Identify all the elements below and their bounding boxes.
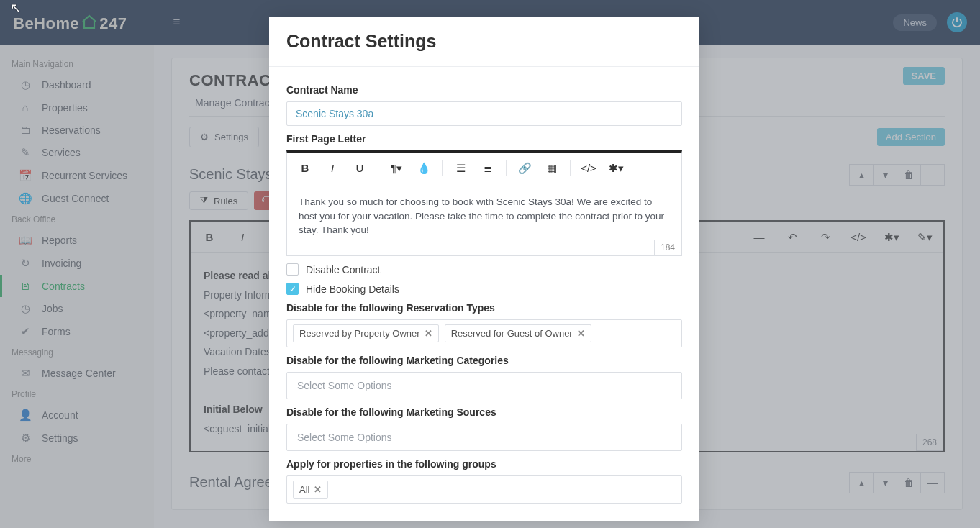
marketing-categories-input[interactable]: Select Some Options	[286, 372, 682, 399]
tag[interactable]: Reserved for Guest of Owner✕	[445, 324, 591, 342]
bold-icon[interactable]: B	[293, 157, 317, 180]
italic-icon[interactable]: I	[320, 157, 345, 180]
disable-cat-label: Disable for the following Marketing Cate…	[286, 355, 682, 366]
remove-tag-icon[interactable]: ✕	[314, 484, 322, 495]
cursor-icon: ↖	[10, 0, 21, 16]
underline-icon[interactable]: U	[348, 157, 372, 180]
modal-title: Contract Settings	[269, 17, 699, 67]
contract-settings-modal: Contract Settings Contract Name First Pa…	[269, 17, 699, 521]
tag[interactable]: All✕	[293, 481, 328, 499]
letter-body[interactable]: Thank you so much for choosing to book w…	[287, 183, 681, 255]
first-page-label: First Page Letter	[286, 133, 682, 145]
contract-name-input[interactable]	[286, 101, 682, 126]
code-icon[interactable]: </>	[576, 157, 601, 180]
remove-tag-icon[interactable]: ✕	[425, 328, 432, 339]
letter-editor: B I U ¶▾ 💧 ☰ ≣ 🔗 ▦ </> ✱▾ Thank you so m…	[286, 150, 682, 256]
remove-tag-icon[interactable]: ✕	[577, 328, 585, 339]
link-icon[interactable]: 🔗	[512, 157, 537, 180]
paragraph-icon[interactable]: ¶▾	[384, 157, 409, 180]
placeholder-text: Select Some Options	[293, 432, 392, 443]
drop-icon[interactable]: 💧	[412, 157, 436, 180]
disable-contract-label: Disable Contract	[306, 264, 381, 276]
tag-label: All	[299, 484, 309, 495]
placeholder-text: Select Some Options	[293, 380, 392, 391]
disable-src-label: Disable for the following Marketing Sour…	[286, 406, 682, 418]
asterisk-icon[interactable]: ✱▾	[604, 157, 628, 180]
tag[interactable]: Reserved by Property Owner✕	[293, 324, 439, 342]
apply-groups-label: Apply for properties in the following gr…	[286, 458, 682, 470]
property-groups-input[interactable]: All✕	[286, 475, 682, 504]
marketing-sources-input[interactable]: Select Some Options	[286, 424, 682, 451]
table-icon[interactable]: ▦	[540, 157, 564, 180]
ol-icon[interactable]: ☰	[448, 157, 473, 180]
ul-icon[interactable]: ≣	[476, 157, 500, 180]
hide-booking-checkbox[interactable]: ✓	[286, 283, 299, 295]
tag-label: Reserved by Property Owner	[299, 328, 420, 339]
tag-label: Reserved for Guest of Owner	[451, 328, 573, 339]
contract-name-label: Contract Name	[286, 84, 682, 96]
letter-char-count: 184	[654, 240, 681, 255]
letter-toolbar: B I U ¶▾ 💧 ☰ ≣ 🔗 ▦ </> ✱▾	[287, 153, 681, 183]
hide-booking-label: Hide Booking Details	[306, 283, 399, 295]
disable-res-label: Disable for the following Reservation Ty…	[286, 302, 682, 314]
disable-contract-checkbox[interactable]	[286, 263, 299, 276]
reservation-types-input[interactable]: Reserved by Property Owner✕Reserved for …	[286, 319, 682, 347]
